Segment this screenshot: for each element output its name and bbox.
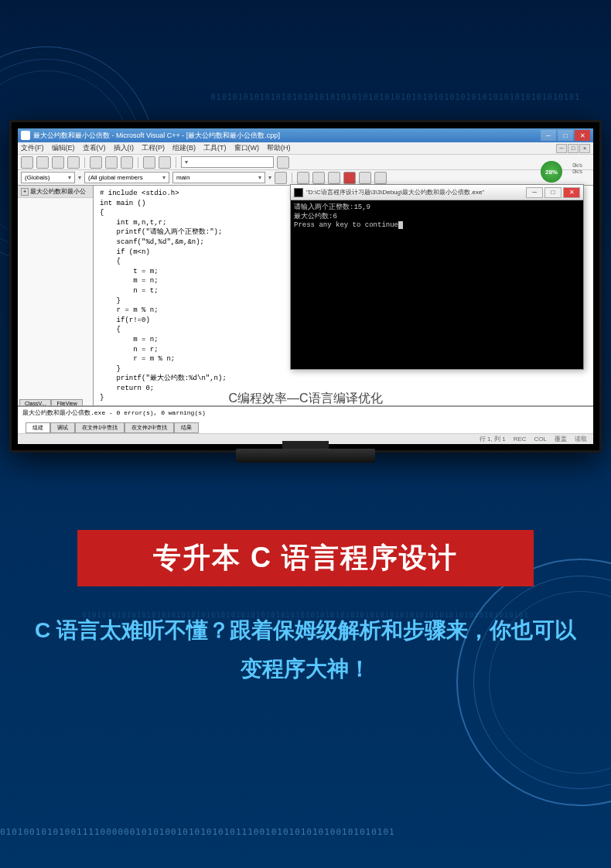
- progress-badge: 28%: [541, 161, 562, 183]
- menu-file[interactable]: 文件(F): [21, 143, 44, 153]
- search-dropdown[interactable]: ▾: [181, 156, 274, 168]
- separator: [138, 157, 138, 168]
- doc-minimize-button[interactable]: ─: [556, 144, 567, 153]
- tab-results[interactable]: 结果: [174, 422, 199, 433]
- go-debug-icon[interactable]: [359, 172, 371, 184]
- console-close-button[interactable]: ✕: [563, 187, 580, 198]
- doc-restore-button[interactable]: □: [568, 144, 579, 153]
- expand-icon[interactable]: +: [21, 188, 29, 196]
- tree-root[interactable]: + 最大公约数和最小公: [18, 186, 93, 198]
- status-over: 覆盖: [555, 435, 567, 443]
- tree-root-label: 最大公约数和最小公: [30, 187, 86, 196]
- redo-icon[interactable]: [159, 156, 171, 169]
- console-line: Press any key to continue: [294, 221, 580, 231]
- console-titlebar[interactable]: "D:\C语言程序设计习题\3\3\Debug\最大公约数和最小公倍数.exe"…: [291, 185, 583, 200]
- tab-find1[interactable]: 在文件1中查找: [75, 422, 125, 433]
- menu-project[interactable]: 工程(P): [142, 143, 165, 153]
- status-position: 行 1, 列 1: [480, 435, 506, 443]
- console-title-text: "D:\C语言程序设计习题\3\3\Debug\最大公约数和最小公倍数.exe": [306, 188, 484, 196]
- doc-close-button[interactable]: ×: [579, 144, 590, 153]
- separator: [176, 157, 176, 168]
- menu-build[interactable]: 组建(B): [172, 143, 196, 153]
- menu-tools[interactable]: 工具(T): [203, 143, 227, 153]
- save-icon[interactable]: [52, 156, 64, 169]
- monitor-stand: [236, 449, 375, 463]
- execute-icon[interactable]: [343, 172, 356, 184]
- build-output: 最大公约数和最小公倍数.exe - 0 error(s), 0 warning(…: [18, 407, 593, 419]
- save-all-icon[interactable]: [67, 156, 80, 169]
- title-banner: 专升本 C 语言程序设计: [77, 530, 534, 586]
- menu-view[interactable]: 查看(V): [83, 143, 106, 153]
- console-minimize-button[interactable]: ─: [526, 187, 543, 198]
- undo-icon[interactable]: [143, 156, 155, 169]
- menu-edit[interactable]: 编辑(E): [52, 143, 75, 153]
- maximize-button[interactable]: □: [558, 130, 573, 141]
- app-icon: [21, 131, 30, 140]
- tab-debug[interactable]: 调试: [50, 422, 75, 433]
- tab-find2[interactable]: 在文件2中查找: [125, 422, 174, 433]
- separator: [292, 173, 292, 183]
- breakpoint-icon[interactable]: [374, 172, 387, 184]
- new-file-icon[interactable]: [21, 156, 33, 169]
- function-dropdown[interactable]: main▾: [172, 172, 265, 183]
- sidebar: + 最大公约数和最小公: [18, 186, 94, 405]
- banner-title: 专升本 C 语言程序设计: [93, 539, 518, 577]
- console-icon: [294, 188, 303, 197]
- console-line: 请输入两个正整数:15,9: [294, 203, 580, 213]
- status-col: COL: [534, 436, 547, 443]
- minimize-button[interactable]: ─: [541, 130, 556, 141]
- menu-help[interactable]: 帮助(H): [267, 143, 291, 153]
- binary-decoration-bottom: 0101001010100111100000010101001010101010…: [0, 827, 395, 837]
- copy-icon[interactable]: [105, 156, 118, 169]
- scope-dropdown[interactable]: (Globals)▾: [21, 172, 75, 183]
- status-rec: REC: [514, 436, 527, 443]
- output-tabs: 组建 调试 在文件1中查找 在文件2中查找 结果: [26, 422, 199, 433]
- console-window: "D:\C语言程序设计习题\3\3\Debug\最大公约数和最小公倍数.exe"…: [290, 184, 584, 370]
- members-dropdown[interactable]: (All global members▾: [84, 172, 169, 183]
- cursor: [398, 221, 403, 229]
- separator: [84, 157, 85, 168]
- speed-stats: 0k/s0k/s: [572, 162, 582, 176]
- console-line: 最大公约数:6: [294, 213, 580, 222]
- console-output[interactable]: 请输入两个正整数:15,9 最大公约数:6 Press any key to c…: [291, 200, 583, 369]
- toolbar-context: (Globals)▾ ▾ (All global members▾ main▾ …: [18, 170, 593, 186]
- banner-subtitle: C 语言太难听不懂？跟着保姆级解析和步骤来，你也可以变程序大神！: [31, 611, 580, 689]
- output-pane: 最大公约数和最小公倍数.exe - 0 error(s), 0 warning(…: [18, 405, 593, 444]
- status-read: 读取: [575, 435, 587, 443]
- close-button[interactable]: ✕: [575, 130, 590, 141]
- code-line: printf("最大公约数:%d\n",n);: [100, 374, 587, 384]
- tab-build[interactable]: 组建: [26, 422, 50, 433]
- compile-icon[interactable]: [297, 172, 309, 184]
- ide-titlebar[interactable]: 最大公约数和最小公倍数 - Microsoft Visual C++ - [最大…: [18, 128, 593, 142]
- paste-icon[interactable]: [121, 156, 133, 169]
- cut-icon[interactable]: [90, 156, 102, 169]
- menu-window[interactable]: 窗口(W): [234, 143, 260, 153]
- chevron-icon: ▾: [268, 174, 271, 181]
- window-title: 最大公约数和最小公倍数 - Microsoft Visual C++ - [最大…: [33, 131, 280, 141]
- toolbar-main: ▾: [18, 155, 593, 170]
- binary-decoration-top: 0101010101010101010101010101010101010101…: [211, 93, 580, 101]
- find-icon[interactable]: [277, 156, 289, 169]
- chevron-icon: ▾: [78, 174, 81, 181]
- overlay-caption: C编程效率—C语言编译优化: [228, 391, 382, 407]
- menu-bar: 文件(F) 编辑(E) 查看(V) 插入(I) 工程(P) 组建(B) 工具(T…: [18, 142, 593, 155]
- open-file-icon[interactable]: [36, 156, 49, 169]
- stop-build-icon[interactable]: [328, 172, 340, 184]
- go-icon[interactable]: [275, 172, 287, 184]
- console-maximize-button[interactable]: □: [544, 187, 562, 198]
- menu-insert[interactable]: 插入(I): [114, 143, 135, 153]
- build-icon[interactable]: [312, 172, 325, 184]
